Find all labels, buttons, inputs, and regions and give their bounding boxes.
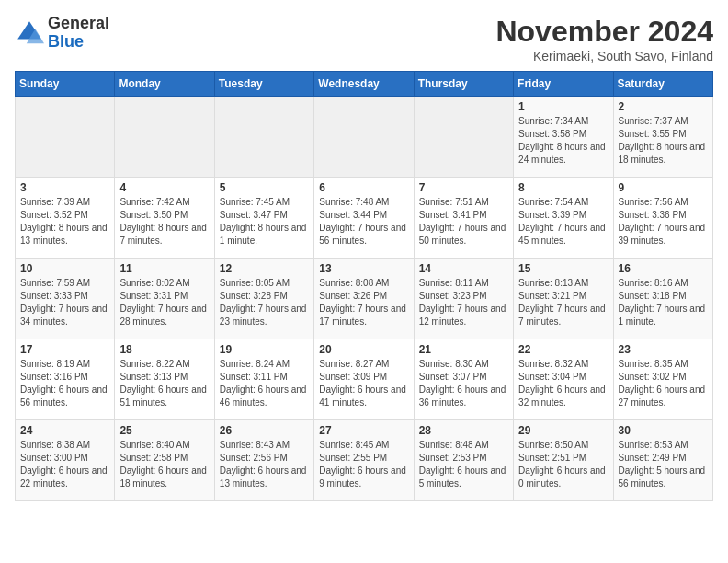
header-cell-saturday: Saturday bbox=[613, 72, 712, 97]
day-cell: 2Sunrise: 7:37 AM Sunset: 3:55 PM Daylig… bbox=[613, 97, 712, 178]
day-info: Sunrise: 8:38 AM Sunset: 3:00 PM Dayligh… bbox=[20, 439, 109, 490]
day-cell: 3Sunrise: 7:39 AM Sunset: 3:52 PM Daylig… bbox=[16, 178, 115, 259]
day-cell: 22Sunrise: 8:32 AM Sunset: 3:04 PM Dayli… bbox=[514, 339, 613, 420]
day-cell: 19Sunrise: 8:24 AM Sunset: 3:11 PM Dayli… bbox=[214, 339, 313, 420]
day-number: 25 bbox=[119, 424, 209, 437]
day-info: Sunrise: 7:42 AM Sunset: 3:50 PM Dayligh… bbox=[119, 196, 209, 247]
day-number: 21 bbox=[419, 343, 508, 356]
day-cell: 11Sunrise: 8:02 AM Sunset: 3:31 PM Dayli… bbox=[115, 259, 214, 339]
day-info: Sunrise: 7:48 AM Sunset: 3:44 PM Dayligh… bbox=[319, 196, 408, 247]
calendar-body: 1Sunrise: 7:34 AM Sunset: 3:58 PM Daylig… bbox=[16, 97, 713, 501]
day-number: 3 bbox=[20, 181, 109, 194]
month-title: November 2024 bbox=[495, 15, 713, 49]
day-info: Sunrise: 7:51 AM Sunset: 3:41 PM Dayligh… bbox=[419, 196, 508, 247]
day-number: 23 bbox=[619, 343, 708, 356]
day-cell: 13Sunrise: 8:08 AM Sunset: 3:26 PM Dayli… bbox=[314, 259, 414, 339]
day-number: 22 bbox=[518, 343, 608, 356]
day-info: Sunrise: 8:22 AM Sunset: 3:13 PM Dayligh… bbox=[119, 358, 209, 409]
day-info: Sunrise: 8:32 AM Sunset: 3:04 PM Dayligh… bbox=[518, 358, 608, 409]
day-info: Sunrise: 8:27 AM Sunset: 3:09 PM Dayligh… bbox=[319, 358, 408, 409]
day-info: Sunrise: 8:08 AM Sunset: 3:26 PM Dayligh… bbox=[319, 277, 408, 328]
day-info: Sunrise: 8:30 AM Sunset: 3:07 PM Dayligh… bbox=[419, 358, 508, 409]
location: Kerimaeki, South Savo, Finland bbox=[495, 49, 713, 63]
header: General Blue November 2024 Kerimaeki, So… bbox=[15, 15, 713, 63]
week-row-1: 3Sunrise: 7:39 AM Sunset: 3:52 PM Daylig… bbox=[16, 178, 713, 259]
day-number: 9 bbox=[619, 181, 708, 194]
day-number: 11 bbox=[119, 262, 209, 275]
day-info: Sunrise: 8:43 AM Sunset: 2:56 PM Dayligh… bbox=[220, 439, 309, 490]
week-row-0: 1Sunrise: 7:34 AM Sunset: 3:58 PM Daylig… bbox=[16, 97, 713, 178]
header-cell-tuesday: Tuesday bbox=[214, 72, 313, 97]
day-cell: 9Sunrise: 7:56 AM Sunset: 3:36 PM Daylig… bbox=[613, 178, 712, 259]
day-info: Sunrise: 8:11 AM Sunset: 3:23 PM Dayligh… bbox=[419, 277, 508, 328]
day-number: 27 bbox=[319, 424, 408, 437]
day-number: 6 bbox=[319, 181, 408, 194]
logo: General Blue bbox=[15, 15, 109, 52]
day-number: 14 bbox=[419, 262, 508, 275]
day-cell: 15Sunrise: 8:13 AM Sunset: 3:21 PM Dayli… bbox=[514, 259, 613, 339]
day-info: Sunrise: 8:02 AM Sunset: 3:31 PM Dayligh… bbox=[119, 277, 209, 328]
header-cell-monday: Monday bbox=[115, 72, 214, 97]
day-info: Sunrise: 8:50 AM Sunset: 2:51 PM Dayligh… bbox=[518, 439, 608, 490]
day-number: 13 bbox=[319, 262, 408, 275]
header-cell-thursday: Thursday bbox=[414, 72, 513, 97]
day-info: Sunrise: 7:45 AM Sunset: 3:47 PM Dayligh… bbox=[220, 196, 309, 247]
day-cell: 5Sunrise: 7:45 AM Sunset: 3:47 PM Daylig… bbox=[214, 178, 313, 259]
day-cell: 7Sunrise: 7:51 AM Sunset: 3:41 PM Daylig… bbox=[414, 178, 513, 259]
day-info: Sunrise: 8:16 AM Sunset: 3:18 PM Dayligh… bbox=[619, 277, 708, 328]
day-number: 1 bbox=[518, 100, 608, 113]
day-number: 15 bbox=[518, 262, 608, 275]
title-area: November 2024 Kerimaeki, South Savo, Fin… bbox=[495, 15, 713, 63]
day-cell: 27Sunrise: 8:45 AM Sunset: 2:55 PM Dayli… bbox=[314, 420, 414, 501]
day-info: Sunrise: 7:59 AM Sunset: 3:33 PM Dayligh… bbox=[20, 277, 109, 328]
day-number: 24 bbox=[20, 424, 109, 437]
day-cell: 20Sunrise: 8:27 AM Sunset: 3:09 PM Dayli… bbox=[314, 339, 414, 420]
day-number: 30 bbox=[619, 424, 708, 437]
day-info: Sunrise: 8:48 AM Sunset: 2:53 PM Dayligh… bbox=[419, 439, 508, 490]
day-number: 16 bbox=[619, 262, 708, 275]
header-cell-sunday: Sunday bbox=[16, 72, 115, 97]
day-number: 20 bbox=[319, 343, 408, 356]
day-info: Sunrise: 7:54 AM Sunset: 3:39 PM Dayligh… bbox=[518, 196, 608, 247]
day-cell: 4Sunrise: 7:42 AM Sunset: 3:50 PM Daylig… bbox=[115, 178, 214, 259]
logo-general: General bbox=[48, 15, 109, 33]
day-cell: 28Sunrise: 8:48 AM Sunset: 2:53 PM Dayli… bbox=[414, 420, 513, 501]
day-info: Sunrise: 7:56 AM Sunset: 3:36 PM Dayligh… bbox=[619, 196, 708, 247]
day-number: 10 bbox=[20, 262, 109, 275]
day-info: Sunrise: 8:24 AM Sunset: 3:11 PM Dayligh… bbox=[220, 358, 309, 409]
day-number: 5 bbox=[220, 181, 309, 194]
header-cell-friday: Friday bbox=[514, 72, 613, 97]
day-info: Sunrise: 8:05 AM Sunset: 3:28 PM Dayligh… bbox=[220, 277, 309, 328]
day-number: 7 bbox=[419, 181, 508, 194]
day-number: 17 bbox=[20, 343, 109, 356]
day-cell: 21Sunrise: 8:30 AM Sunset: 3:07 PM Dayli… bbox=[414, 339, 513, 420]
header-row: SundayMondayTuesdayWednesdayThursdayFrid… bbox=[16, 72, 713, 97]
day-cell bbox=[214, 97, 313, 178]
week-row-3: 17Sunrise: 8:19 AM Sunset: 3:16 PM Dayli… bbox=[16, 339, 713, 420]
day-info: Sunrise: 7:39 AM Sunset: 3:52 PM Dayligh… bbox=[20, 196, 109, 247]
day-cell: 23Sunrise: 8:35 AM Sunset: 3:02 PM Dayli… bbox=[613, 339, 712, 420]
calendar-header: SundayMondayTuesdayWednesdayThursdayFrid… bbox=[16, 72, 713, 97]
logo-text: General Blue bbox=[48, 15, 109, 52]
day-info: Sunrise: 8:13 AM Sunset: 3:21 PM Dayligh… bbox=[518, 277, 608, 328]
day-info: Sunrise: 8:19 AM Sunset: 3:16 PM Dayligh… bbox=[20, 358, 109, 409]
day-number: 29 bbox=[518, 424, 608, 437]
day-cell: 16Sunrise: 8:16 AM Sunset: 3:18 PM Dayli… bbox=[613, 259, 712, 339]
day-cell: 1Sunrise: 7:34 AM Sunset: 3:58 PM Daylig… bbox=[514, 97, 613, 178]
day-info: Sunrise: 8:45 AM Sunset: 2:55 PM Dayligh… bbox=[319, 439, 408, 490]
day-cell bbox=[115, 97, 214, 178]
week-row-2: 10Sunrise: 7:59 AM Sunset: 3:33 PM Dayli… bbox=[16, 259, 713, 339]
calendar-table: SundayMondayTuesdayWednesdayThursdayFrid… bbox=[15, 71, 713, 501]
day-info: Sunrise: 7:37 AM Sunset: 3:55 PM Dayligh… bbox=[619, 115, 708, 167]
day-cell: 29Sunrise: 8:50 AM Sunset: 2:51 PM Dayli… bbox=[514, 420, 613, 501]
day-cell: 30Sunrise: 8:53 AM Sunset: 2:49 PM Dayli… bbox=[613, 420, 712, 501]
day-number: 12 bbox=[220, 262, 309, 275]
day-number: 18 bbox=[119, 343, 209, 356]
day-number: 26 bbox=[220, 424, 309, 437]
day-cell: 10Sunrise: 7:59 AM Sunset: 3:33 PM Dayli… bbox=[16, 259, 115, 339]
week-row-4: 24Sunrise: 8:38 AM Sunset: 3:00 PM Dayli… bbox=[16, 420, 713, 501]
day-cell: 25Sunrise: 8:40 AM Sunset: 2:58 PM Dayli… bbox=[115, 420, 214, 501]
day-cell bbox=[16, 97, 115, 178]
day-cell: 18Sunrise: 8:22 AM Sunset: 3:13 PM Dayli… bbox=[115, 339, 214, 420]
header-cell-wednesday: Wednesday bbox=[314, 72, 414, 97]
